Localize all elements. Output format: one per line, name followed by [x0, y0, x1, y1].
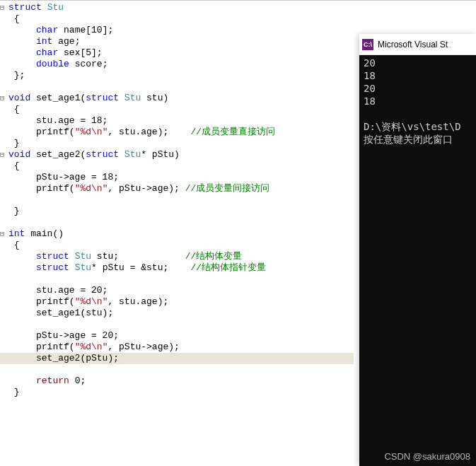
console-title-bar[interactable]: C:\ Microsoft Visual St — [359, 34, 476, 55]
fold-gutter[interactable]: ⊟ — [0, 228, 8, 240]
console-title: Microsoft Visual St — [378, 40, 448, 49]
watermark: CSDN @sakura0908 — [384, 451, 470, 462]
fold-gutter[interactable]: ⊟ — [0, 2, 8, 13]
vs-icon: C:\ — [362, 39, 373, 50]
console-output: 20 18 20 18 D:\资料\vs\test\D 按任意键关闭此窗口 — [359, 55, 476, 147]
console-window: C:\ Microsoft Visual St 20 18 20 18 D:\资… — [359, 34, 476, 466]
fold-gutter[interactable]: ⊟ — [0, 149, 8, 161]
fold-gutter[interactable]: ⊟ — [0, 93, 8, 104]
code-line[interactable]: { — [8, 13, 476, 25]
code-line[interactable]: ⊟struct Stu — [8, 2, 476, 13]
